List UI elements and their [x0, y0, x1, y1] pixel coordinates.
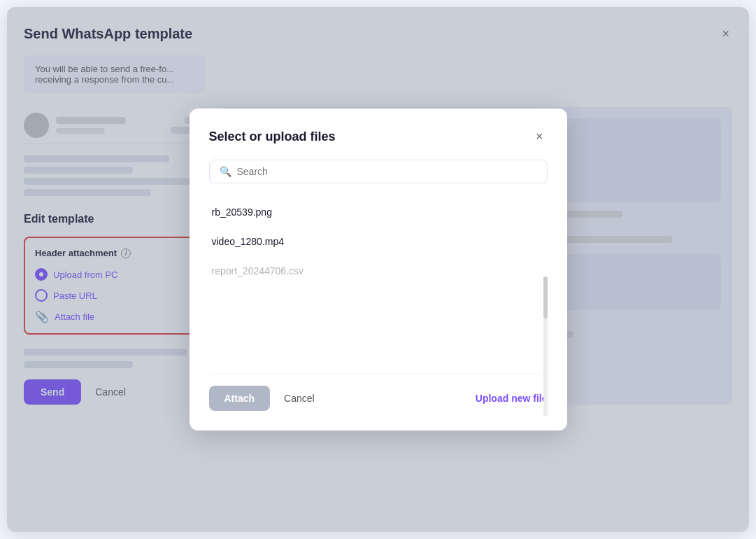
attach-action-button[interactable]: Attach: [209, 386, 271, 411]
file-item-name-0: rb_20539.png: [212, 206, 272, 218]
file-modal-footer: Attach Cancel Upload new file: [209, 374, 548, 411]
cancel-action-button[interactable]: Cancel: [278, 386, 320, 411]
upload-new-button[interactable]: Upload new file: [476, 393, 548, 404]
search-input[interactable]: [237, 166, 537, 177]
background-panel: Send WhatsApp template × You will be abl…: [0, 0, 756, 539]
file-modal-title: Select or upload files: [209, 130, 336, 144]
file-select-modal: Select or upload files × 🔍 rb_20539.png …: [190, 108, 567, 430]
file-item-name-2: report_20244706.csv: [212, 265, 304, 276]
main-dialog: Send WhatsApp template × You will be abl…: [7, 7, 749, 532]
file-item-name-1: video_1280.mp4: [212, 236, 285, 247]
modal-overlay: Select or upload files × 🔍 rb_20539.png …: [7, 7, 749, 532]
file-item-2[interactable]: report_20244706.csv: [209, 256, 548, 286]
search-box: 🔍: [209, 160, 548, 183]
scroll-track[interactable]: [543, 276, 548, 416]
search-icon: 🔍: [220, 166, 231, 177]
footer-left-actions: Attach Cancel: [209, 386, 320, 411]
scroll-thumb: [543, 276, 548, 318]
file-modal-close-button[interactable]: ×: [532, 128, 548, 146]
file-item-0[interactable]: rb_20539.png: [209, 197, 548, 227]
file-list: rb_20539.png video_1280.mp4 report_20244…: [209, 197, 548, 357]
file-item-1[interactable]: video_1280.mp4: [209, 227, 548, 256]
file-modal-header: Select or upload files ×: [209, 128, 548, 146]
